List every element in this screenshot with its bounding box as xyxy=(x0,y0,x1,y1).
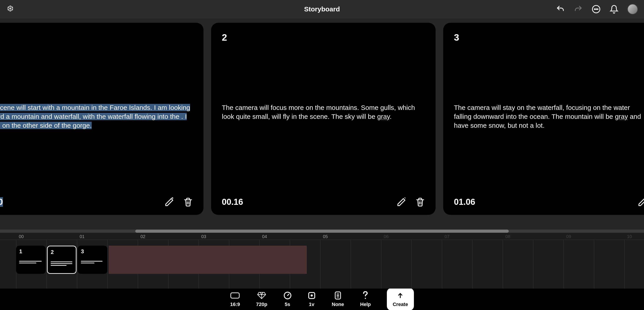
help-icon xyxy=(362,291,368,300)
ruler-tick: 06 xyxy=(384,234,389,239)
clip-number: 2 xyxy=(51,249,73,255)
scene-card-2[interactable]: 2 The camera will focus more on the moun… xyxy=(211,23,436,215)
aspect-icon xyxy=(230,291,240,300)
diamond-icon xyxy=(257,291,266,300)
ruler-tick: 10 xyxy=(627,234,632,239)
timeline-track[interactable]: 123 xyxy=(16,246,307,274)
create-button[interactable]: Create xyxy=(387,288,414,310)
ruler-tick: 05 xyxy=(323,234,328,239)
preset-icon xyxy=(334,291,342,300)
resolution-button[interactable]: 720p xyxy=(256,291,267,307)
timeline-ruler[interactable]: 0001020304050607080910 xyxy=(0,233,644,240)
ruler-tick: 02 xyxy=(140,234,145,239)
variations-button[interactable]: 1v xyxy=(308,291,316,307)
preset-button[interactable]: None xyxy=(332,291,344,307)
page-title: Storyboard xyxy=(0,5,644,13)
ruler-tick: 01 xyxy=(80,234,84,239)
scene-number: 3 xyxy=(454,32,644,43)
ruler-tick: 04 xyxy=(262,234,267,239)
timeline-clip[interactable]: 3 xyxy=(78,246,107,274)
ruler-tick: 00 xyxy=(19,234,24,239)
scene-card-3[interactable]: 3 The camera will stay on the waterfall,… xyxy=(443,23,644,215)
scene-description[interactable]: The camera will stay on the waterfall, f… xyxy=(454,103,644,130)
timeline-extension[interactable] xyxy=(109,246,307,274)
clip-number: 1 xyxy=(19,248,42,255)
horizontal-scrollbar[interactable] xyxy=(0,230,644,233)
ruler-tick: 07 xyxy=(444,234,450,239)
svg-rect-4 xyxy=(231,293,239,298)
topbar: Storyboard xyxy=(0,0,644,18)
scrollbar-thumb[interactable] xyxy=(135,230,509,233)
scene-timestamp: 01.06 xyxy=(454,197,475,207)
scene-timestamp: .00 xyxy=(0,197,3,207)
scene-description[interactable]: The camera will focus more on the mounta… xyxy=(222,103,425,121)
cards-viewport: 1 e scene will start with a mountain in … xyxy=(0,18,644,233)
aspect-ratio-button[interactable]: 16:9 xyxy=(230,291,240,307)
edit-button[interactable] xyxy=(164,197,174,207)
svg-point-7 xyxy=(311,295,312,296)
timeline[interactable]: 0001020304050607080910 123 xyxy=(0,233,644,289)
variations-icon xyxy=(308,291,316,300)
ruler-tick: 08 xyxy=(505,234,510,239)
timeline-clip[interactable]: 1 xyxy=(16,246,46,274)
scene-timestamp: 00.16 xyxy=(222,197,243,207)
cards-row: 1 e scene will start with a mountain in … xyxy=(0,23,644,215)
redo-button[interactable] xyxy=(574,5,583,14)
timeline-clip[interactable]: 2 xyxy=(47,246,76,274)
delete-button[interactable] xyxy=(416,197,425,207)
scene-number: 2 xyxy=(222,32,425,43)
scene-card-1[interactable]: 1 e scene will start with a mountain in … xyxy=(0,23,204,215)
edit-button[interactable] xyxy=(638,197,644,207)
clip-number: 3 xyxy=(81,248,104,255)
duration-button[interactable]: 5s xyxy=(284,291,292,307)
ruler-tick: 03 xyxy=(201,234,206,239)
scene-description[interactable]: e scene will start with a mountain in th… xyxy=(0,103,193,130)
upload-icon xyxy=(397,291,404,300)
help-button[interactable]: Help xyxy=(360,291,371,307)
ruler-tick: 09 xyxy=(566,234,571,239)
delete-button[interactable] xyxy=(183,197,193,207)
bottom-toolbar: 16:9 720p 5s 1v None Help Create xyxy=(0,289,644,310)
edit-button[interactable] xyxy=(397,197,406,207)
clock-icon xyxy=(284,291,292,300)
svg-point-9 xyxy=(365,298,366,299)
